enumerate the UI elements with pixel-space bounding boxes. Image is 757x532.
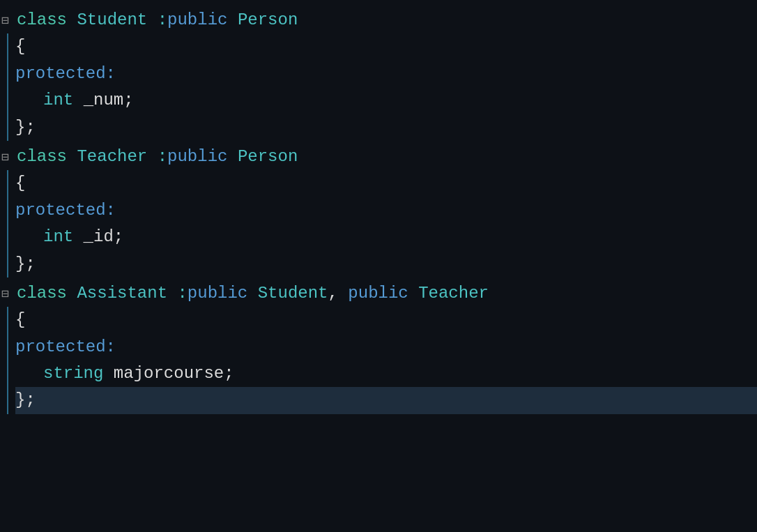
teacher-id-semicolon: ; [114,224,123,250]
teacher-class-declaration: ⊟ class Teacher : public Person [0,144,757,170]
assistant-open-brace: { [15,307,25,333]
assistant-close-brace: }; [15,387,36,413]
teacher-close-brace-line: }; [15,251,757,278]
student-public-keyword: public [167,7,227,33]
student-class-block: ⊟ class Student : public Person { protec… [0,7,757,141]
student-protected-keyword: protected: [15,61,116,87]
assistant-comma: , [328,280,338,307]
assistant-protected-keyword: protected: [15,334,116,360]
student-open-brace-line: { [15,33,757,60]
assistant-class-keyword: class [17,280,67,307]
assistant-majorcourse-semicolon: ; [224,360,234,387]
assistant-fold-icon[interactable]: ⊟ [1,284,15,305]
teacher-open-brace-line: { [15,170,757,197]
student-protected-line: protected: [15,61,757,87]
assistant-protected-line: protected: [15,334,757,360]
student-num-semicolon: ; [123,87,133,114]
student-close-brace: }; [15,114,36,141]
assistant-colon: : [177,280,187,307]
teacher-class-keyword: class [17,144,67,170]
assistant-class-declaration: ⊟ class Assistant : public Student , pub… [0,280,757,307]
assistant-string-type: string [43,360,103,387]
student-num-var: _num [84,87,124,114]
teacher-public-keyword: public [167,144,227,170]
student-parent-class: Person [238,7,298,33]
student-class-keyword: class [17,7,67,33]
assistant-open-brace-line: { [15,307,757,333]
student-int-num-line: int _num ; [15,87,757,114]
teacher-colon: : [158,144,167,170]
teacher-parent-class: Person [238,144,298,170]
assistant-public2-keyword: public [348,280,408,307]
teacher-class-name: Teacher [77,144,147,170]
teacher-fold-icon[interactable]: ⊟ [1,148,15,168]
student-open-brace: { [15,33,25,60]
teacher-int-type: int [43,224,73,250]
assistant-public1-keyword: public [188,280,247,307]
teacher-class-block: ⊟ class Teacher : public Person { protec… [0,144,757,278]
teacher-id-var: _id [73,224,114,250]
assistant-majorcourse-var: majorcourse [114,360,224,387]
teacher-int-id-line: int _id ; [15,224,757,250]
code-editor: ⊟ class Student : public Person { protec… [0,0,757,532]
student-class-name: Student [77,7,147,33]
teacher-protected-line: protected: [15,197,757,224]
student-close-brace-line: }; [15,114,757,141]
student-int-type: int [43,87,73,114]
assistant-string-line: string majorcourse ; [15,360,757,387]
student-colon: : [158,7,167,33]
teacher-close-brace: }; [15,251,36,278]
student-fold-icon[interactable]: ⊟ [1,11,15,31]
teacher-protected-keyword: protected: [15,197,116,224]
assistant-parent1-class: Student [258,280,328,307]
assistant-class-name: Assistant [77,280,167,307]
student-class-declaration: ⊟ class Student : public Person [0,7,757,33]
assistant-close-brace-line: }; [15,387,757,413]
assistant-class-block: ⊟ class Assistant : public Student , pub… [0,280,757,414]
teacher-open-brace: { [15,170,25,197]
assistant-parent2-class: Teacher [418,280,489,307]
